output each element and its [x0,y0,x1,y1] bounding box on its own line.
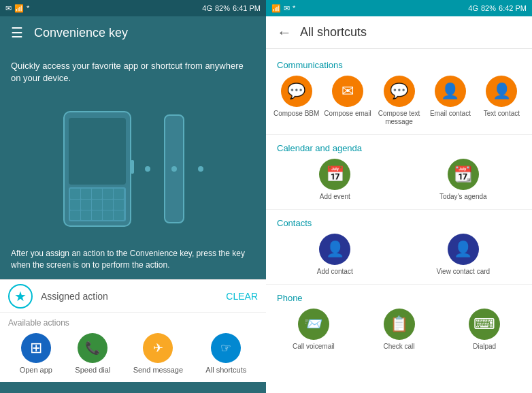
left-content: Quickly access your favorite app or shor… [0,49,266,393]
section-header-communications: Communications [266,54,532,73]
star-icon: ★ [8,284,33,309]
toolbar-left: ☰ Convenience key [0,16,266,49]
add-contact-label: Add contact [317,268,353,276]
signal-r: 4G [468,4,478,12]
add-event-icon: 📅 [319,159,350,190]
compose-text-icon: 💬 [384,76,415,107]
side-dot-indicator-2 [198,166,203,172]
status-bar-right-right: 4G 82% 6:42 PM [468,4,527,12]
status-bar-right-icons: 📶 ✉ * [271,4,295,13]
section-header-calendar: Calendar and agenda [266,138,532,156]
toolbar-right: ← All shortcuts [266,16,532,49]
calendar-row: 📅 Add event 📆 Today's agenda [266,156,532,206]
compose-bbm-icon: 💬 [281,76,312,107]
time-text: 6:41 PM [233,4,261,12]
msg-icon-r: ✉ [284,4,290,13]
send-message-icon: ✈ [143,333,173,363]
speed-dial-label: Speed dial [75,366,110,374]
dialpad-label: Dialpad [473,343,496,351]
action-item-all-shortcuts[interactable]: ☞ All shortcuts [205,333,246,374]
all-shortcuts-icon: ☞ [211,333,241,363]
send-message-label: Send message [133,366,183,374]
shortcut-compose-bbm[interactable]: 💬 Compose BBM [271,76,321,126]
speed-dial-icon: 📞 [78,333,107,363]
right-toolbar-title: All shortcuts [300,25,367,40]
email-contact-icon: 👤 [435,76,466,107]
shortcut-check-call[interactable]: 📋 Check call [357,309,442,351]
all-shortcuts-label: All shortcuts [205,366,246,374]
shortcut-email-contact[interactable]: 👤 Email contact [425,76,475,126]
compose-text-label: Compose text message [374,110,424,126]
status-bar-left-right: 4G 82% 6:41 PM [202,4,261,12]
shortcut-compose-text[interactable]: 💬 Compose text message [374,76,424,126]
assigned-action-label: Assigned action [41,291,218,302]
shortcut-dialpad[interactable]: ⌨ Dialpad [442,309,527,351]
phone-side-indicator [171,166,177,172]
shortcut-compose-email[interactable]: ✉ Compose email [322,76,372,126]
action-item-open-app[interactable]: ⊞ Open app [20,333,52,374]
divider-2 [266,209,532,210]
assigned-action-row: ★ Assigned action CLEAR [0,279,266,312]
description-text: Quickly access your favorite app or shor… [11,60,255,84]
add-event-label: Add event [320,193,350,201]
section-header-contacts: Contacts [266,213,532,231]
phone-keyboard [69,187,126,221]
phone-illustration [11,95,255,242]
todays-agenda-label: Today's agenda [439,193,487,201]
contacts-row: 👤 Add contact 👤 View contact card [266,231,532,281]
bt-icon: * [27,4,29,12]
action-item-speed-dial[interactable]: 📞 Speed dial [75,333,110,374]
call-voicemail-icon: 📨 [298,309,329,340]
phone-front-image [63,111,131,227]
bt-icon-r: * [293,4,295,12]
section-header-phone: Phone [266,287,532,306]
divider-3 [266,284,532,285]
open-app-icon: ⊞ [21,333,51,363]
text-contact-label: Text contact [484,110,520,118]
left-panel: ✉ 📶 * 4G 82% 6:41 PM ☰ Convenience key Q… [0,0,266,393]
status-bar-left: ✉ 📶 * 4G 82% 6:41 PM [0,0,266,16]
shortcut-todays-agenda[interactable]: 📆 Today's agenda [400,159,527,201]
call-voicemail-label: Call voicemail [293,343,335,351]
time-r: 6:42 PM [499,4,527,12]
battery-text: 82% [215,4,230,12]
shortcut-call-voicemail[interactable]: 📨 Call voicemail [271,309,356,351]
phone-side-image [164,114,184,223]
compose-bbm-label: Compose BBM [273,110,319,118]
compose-email-icon: ✉ [332,76,363,107]
left-toolbar-title: Convenience key [34,26,128,40]
message-icon: ✉ [5,4,12,13]
phone-row: 📨 Call voicemail 📋 Check call ⌨ Dialpad [266,306,532,356]
view-contact-card-label: View contact card [436,268,490,276]
check-call-label: Check call [383,343,414,351]
check-call-icon: 📋 [384,309,415,340]
right-content: Communications 💬 Compose BBM ✉ Compose e… [266,49,532,393]
shortcut-add-contact[interactable]: 👤 Add contact [271,234,399,276]
wifi-icon-r: 📶 [271,4,281,13]
compose-email-label: Compose email [324,110,371,118]
back-button[interactable]: ← [277,24,292,42]
signal-text: 4G [202,4,212,12]
bottom-description-text: After you assign an action to the Conven… [11,248,255,271]
battery-r: 82% [481,4,496,12]
shortcut-text-contact[interactable]: 👤 Text contact [477,76,527,126]
hamburger-menu-icon[interactable]: ☰ [11,25,23,41]
available-actions-bar: Available actions ⊞ Open app 📞 Speed dia… [0,312,266,382]
right-panel: 📶 ✉ * 4G 82% 6:42 PM ← All shortcuts Com… [266,0,532,393]
clear-button[interactable]: CLEAR [226,291,258,302]
phone-screen [69,118,126,185]
communications-row: 💬 Compose BBM ✉ Compose email 💬 Compose … [266,73,532,131]
text-contact-icon: 👤 [486,76,517,107]
action-icons-row: ⊞ Open app 📞 Speed dial ✈ Send message ☞… [8,333,258,379]
open-app-label: Open app [20,366,52,374]
shortcut-add-event[interactable]: 📅 Add event [271,159,399,201]
wifi-icon: 📶 [14,4,24,13]
side-button [131,160,134,174]
divider-1 [266,134,532,135]
shortcut-view-contact-card[interactable]: 👤 View contact card [400,234,527,276]
add-contact-icon: 👤 [319,234,350,265]
status-bar-right: 📶 ✉ * 4G 82% 6:42 PM [266,0,532,16]
action-item-send-message[interactable]: ✈ Send message [133,333,183,374]
view-contact-card-icon: 👤 [448,234,479,265]
todays-agenda-icon: 📆 [448,159,479,190]
